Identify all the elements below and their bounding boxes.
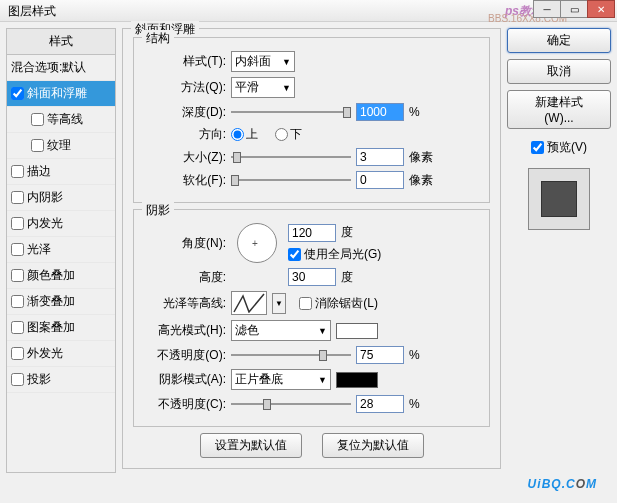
checkbox-label: 预览(V) <box>547 139 587 156</box>
highlight-opacity-input[interactable]: 75 <box>356 346 404 364</box>
right-column: 确定 取消 新建样式(W)... 预览(V) <box>507 28 611 473</box>
angle-dial[interactable]: + <box>237 223 277 263</box>
shadow-opacity-input[interactable]: 28 <box>356 395 404 413</box>
stroke-checkbox[interactable] <box>11 165 24 178</box>
sidebar-item-blend-options[interactable]: 混合选项:默认 <box>7 55 115 81</box>
sidebar-item-gradient-overlay[interactable]: 渐变叠加 <box>7 289 115 315</box>
gloss-contour-picker[interactable] <box>231 291 267 315</box>
title-bar: 图层样式 ps教程论坛 BBS.16XX8.COM ─ ▭ ✕ <box>0 0 617 22</box>
gloss-contour-label: 光泽等高线: <box>144 295 226 312</box>
highlight-color-swatch[interactable] <box>336 323 378 339</box>
new-style-button[interactable]: 新建样式(W)... <box>507 90 611 129</box>
slider-thumb[interactable] <box>233 152 241 163</box>
slider-thumb[interactable] <box>319 350 327 361</box>
depth-input[interactable]: 1000 <box>356 103 404 121</box>
global-light-checkbox[interactable]: 使用全局光(G) <box>288 246 381 263</box>
highlight-opacity-slider[interactable] <box>231 347 351 363</box>
highlight-mode-select[interactable]: 滤色▼ <box>231 320 331 341</box>
soften-label: 软化(F): <box>144 172 226 189</box>
ok-button[interactable]: 确定 <box>507 28 611 53</box>
make-default-button[interactable]: 设置为默认值 <box>200 433 302 458</box>
dropdown-icon: ▼ <box>282 83 291 93</box>
soften-slider[interactable] <box>231 172 351 188</box>
shadow-color-swatch[interactable] <box>336 372 378 388</box>
antialias-checkbox[interactable]: 消除锯齿(L) <box>299 295 378 312</box>
technique-select[interactable]: 平滑▼ <box>231 77 295 98</box>
sidebar-label: 颜色叠加 <box>27 267 75 284</box>
satin-checkbox[interactable] <box>11 243 24 256</box>
size-input[interactable]: 3 <box>356 148 404 166</box>
highlight-opacity-label: 不透明度(O): <box>144 347 226 364</box>
sidebar-item-satin[interactable]: 光泽 <box>7 237 115 263</box>
crosshair-icon: + <box>252 238 258 249</box>
outer-glow-checkbox[interactable] <box>11 347 24 360</box>
sidebar-item-inner-glow[interactable]: 内发光 <box>7 211 115 237</box>
sidebar-item-drop-shadow[interactable]: 投影 <box>7 367 115 393</box>
sidebar-label: 图案叠加 <box>27 319 75 336</box>
sidebar-label: 光泽 <box>27 241 51 258</box>
main-panel: 斜面和浮雕 结构 样式(T): 内斜面▼ 方法(Q): 平滑▼ 深度(D): 1… <box>122 28 501 473</box>
contour-dropdown[interactable]: ▼ <box>272 293 286 314</box>
maximize-button[interactable]: ▭ <box>560 0 588 18</box>
slider-thumb[interactable] <box>231 175 239 186</box>
gradient-overlay-checkbox[interactable] <box>11 295 24 308</box>
direction-down-radio[interactable]: 下 <box>275 126 302 143</box>
inner-shadow-checkbox[interactable] <box>11 191 24 204</box>
direction-label: 方向: <box>144 126 226 143</box>
preview-checkbox[interactable]: 预览(V) <box>507 139 611 156</box>
sidebar-label: 描边 <box>27 163 51 180</box>
unit-percent: % <box>409 348 420 362</box>
depth-slider[interactable] <box>231 104 351 120</box>
cancel-button[interactable]: 取消 <box>507 59 611 84</box>
technique-label: 方法(Q): <box>144 79 226 96</box>
bevel-checkbox[interactable] <box>11 87 24 100</box>
sidebar-item-inner-shadow[interactable]: 内阴影 <box>7 185 115 211</box>
unit-percent: % <box>409 397 420 411</box>
shadow-opacity-slider[interactable] <box>231 396 351 412</box>
sidebar-item-texture[interactable]: 纹理 <box>7 133 115 159</box>
sidebar-item-outer-glow[interactable]: 外发光 <box>7 341 115 367</box>
angle-label: 角度(N): <box>144 235 226 252</box>
shading-title: 阴影 <box>142 202 174 219</box>
select-value: 滤色 <box>235 322 259 339</box>
highlight-mode-label: 高光模式(H): <box>144 322 226 339</box>
preview-swatch <box>541 181 577 217</box>
slider-thumb[interactable] <box>343 107 351 118</box>
shadow-mode-select[interactable]: 正片叠底▼ <box>231 369 331 390</box>
dropdown-icon: ▼ <box>282 57 291 67</box>
sidebar-label: 投影 <box>27 371 51 388</box>
structure-title: 结构 <box>142 30 174 47</box>
size-slider[interactable] <box>231 149 351 165</box>
slider-thumb[interactable] <box>263 399 271 410</box>
sidebar-label: 纹理 <box>47 137 71 154</box>
sidebar-item-color-overlay[interactable]: 颜色叠加 <box>7 263 115 289</box>
unit-percent: % <box>409 105 420 119</box>
close-button[interactable]: ✕ <box>587 0 615 18</box>
reset-default-button[interactable]: 复位为默认值 <box>322 433 424 458</box>
sidebar-label: 渐变叠加 <box>27 293 75 310</box>
sidebar-header[interactable]: 样式 <box>7 29 115 55</box>
dropdown-icon: ▼ <box>318 375 327 385</box>
sidebar-item-bevel-emboss[interactable]: 斜面和浮雕 <box>7 81 115 107</box>
inner-glow-checkbox[interactable] <box>11 217 24 230</box>
pattern-overlay-checkbox[interactable] <box>11 321 24 334</box>
drop-shadow-checkbox[interactable] <box>11 373 24 386</box>
sidebar-item-stroke[interactable]: 描边 <box>7 159 115 185</box>
sidebar-item-contour[interactable]: 等高线 <box>7 107 115 133</box>
soften-input[interactable]: 0 <box>356 171 404 189</box>
unit-degree: 度 <box>341 224 353 241</box>
color-overlay-checkbox[interactable] <box>11 269 24 282</box>
style-select[interactable]: 内斜面▼ <box>231 51 295 72</box>
direction-up-radio[interactable]: 上 <box>231 126 258 143</box>
sidebar-item-pattern-overlay[interactable]: 图案叠加 <box>7 315 115 341</box>
angle-input[interactable]: 120 <box>288 224 336 242</box>
contour-checkbox[interactable] <box>31 113 44 126</box>
checkbox-label: 使用全局光(G) <box>304 246 381 263</box>
altitude-input[interactable]: 30 <box>288 268 336 286</box>
minimize-button[interactable]: ─ <box>533 0 561 18</box>
texture-checkbox[interactable] <box>31 139 44 152</box>
shadow-mode-label: 阴影模式(A): <box>144 371 226 388</box>
sidebar-label: 斜面和浮雕 <box>27 85 87 102</box>
dropdown-icon: ▼ <box>318 326 327 336</box>
window-buttons: ─ ▭ ✕ <box>534 0 615 18</box>
